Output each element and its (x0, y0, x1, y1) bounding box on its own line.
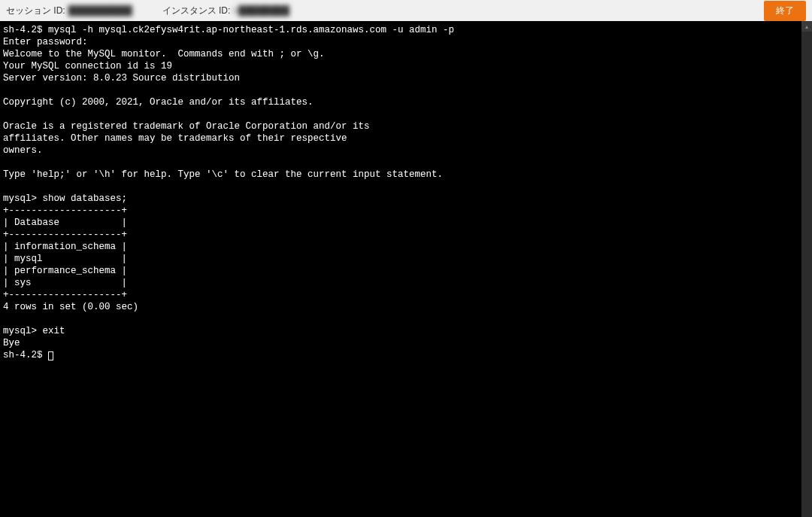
terminal-wrapper: sh-4.2$ mysql -h mysql.ck2efysw4rit.ap-n… (0, 21, 812, 517)
header-bar: セッション ID: ██████████ インスタンス ID: i-██████… (0, 0, 812, 21)
session-id-item: セッション ID: ██████████ (6, 5, 132, 17)
instance-id-value: i-████████ (233, 5, 289, 16)
session-id-value: ██████████ (68, 5, 132, 16)
instance-id-item: インスタンス ID: i-████████ (162, 5, 289, 17)
session-id-label: セッション ID: (6, 5, 65, 17)
exit-button[interactable]: 終了 (764, 1, 806, 21)
scroll-arrow-up-icon[interactable]: ▴ (801, 21, 812, 32)
terminal-output[interactable]: sh-4.2$ mysql -h mysql.ck2efysw4rit.ap-n… (0, 21, 801, 517)
cursor (48, 351, 53, 360)
header-left: セッション ID: ██████████ インスタンス ID: i-██████… (6, 5, 289, 17)
instance-id-label: インスタンス ID: (162, 5, 231, 17)
scrollbar[interactable]: ▴ (801, 21, 812, 517)
